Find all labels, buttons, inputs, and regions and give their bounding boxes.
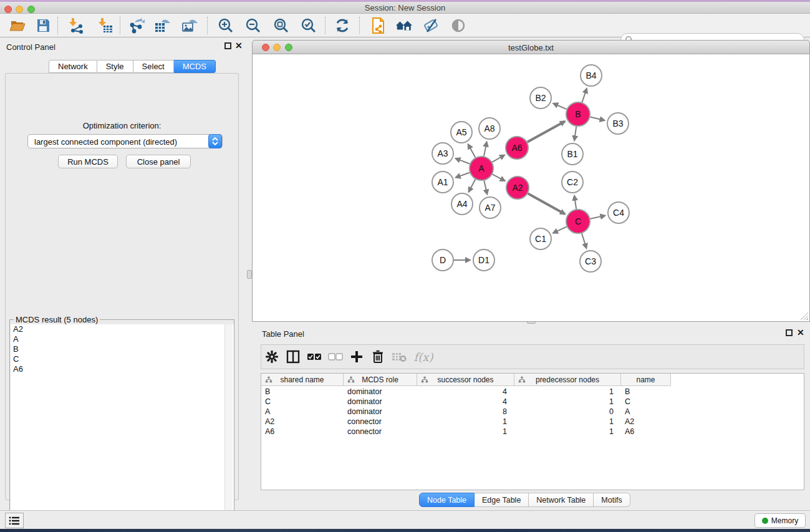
cell-successor-nodes: 4 bbox=[417, 397, 507, 407]
graph-edge-B-B4[interactable] bbox=[582, 89, 587, 102]
graph-edge-A-A7[interactable] bbox=[484, 181, 487, 195]
home-icon[interactable] bbox=[395, 17, 413, 34]
graph-edge-A-A1[interactable] bbox=[456, 173, 470, 178]
table-header-row: shared name MCDS role successor nodes pr… bbox=[261, 374, 671, 386]
zoom-selected-icon[interactable] bbox=[300, 17, 317, 34]
export-network-icon[interactable] bbox=[128, 17, 145, 34]
column-header-predecessor-nodes[interactable]: predecessor nodes bbox=[514, 374, 621, 386]
toolbar-separator bbox=[359, 17, 360, 34]
tab-motifs[interactable]: Motifs bbox=[594, 493, 630, 507]
result-list-item[interactable]: A2 bbox=[11, 324, 234, 334]
graph-edge-A6-B[interactable] bbox=[528, 122, 565, 142]
cell-mcds-role: dominator bbox=[347, 407, 413, 417]
float-panel-icon[interactable] bbox=[786, 329, 793, 336]
graph-edge-C-C2[interactable] bbox=[574, 196, 576, 209]
memory-label: Memory bbox=[771, 516, 798, 525]
tab-network[interactable]: Network bbox=[49, 60, 97, 73]
column-header-shared-name[interactable]: shared name bbox=[261, 374, 344, 386]
column-label: name bbox=[636, 375, 655, 384]
graph-edge-C-C1[interactable] bbox=[553, 226, 567, 233]
column-label: predecessor nodes bbox=[536, 375, 599, 384]
graph-edge-A-A5[interactable] bbox=[468, 144, 476, 157]
close-panel-button[interactable]: Close panel bbox=[126, 155, 191, 168]
zoom-fit-icon[interactable] bbox=[272, 17, 290, 34]
cell-mcds-role: dominator bbox=[347, 387, 413, 397]
vertical-split-handle[interactable] bbox=[247, 270, 252, 279]
network-document-icon[interactable] bbox=[369, 17, 387, 34]
cell-mcds-role: dominator bbox=[347, 397, 413, 407]
graph-edge-B-B2[interactable] bbox=[553, 104, 566, 109]
graph-edge-B-B3[interactable] bbox=[590, 117, 604, 120]
column-header-successor-nodes[interactable]: successor nodes bbox=[417, 374, 514, 386]
control-panel: Control Panel ✕ Network Style Select MCD… bbox=[0, 37, 243, 510]
table-row[interactable]: Cdominator41C bbox=[261, 397, 671, 407]
network-graph[interactable]: B4B2BB3A8A5A6A3B1AC2A1A2A4A7C4CC1C3DD1 bbox=[253, 54, 809, 321]
deselect-all-checkboxes-icon[interactable] bbox=[325, 347, 346, 366]
table-row[interactable]: A2connector11A2 bbox=[261, 417, 671, 427]
graph-node-label-A1: A1 bbox=[437, 177, 448, 187]
status-bar: Memory bbox=[0, 510, 810, 529]
table-row[interactable]: Adominator80A bbox=[261, 407, 671, 417]
zoom-in-icon[interactable] bbox=[217, 17, 234, 34]
window-resize-grip-icon[interactable] bbox=[801, 312, 808, 320]
graph-edge-B-B1[interactable] bbox=[574, 127, 576, 140]
graph-edge-A2-C[interactable] bbox=[528, 193, 565, 214]
result-list-item[interactable]: A bbox=[11, 334, 234, 344]
delete-table-disabled-icon bbox=[388, 347, 410, 366]
import-network-icon[interactable] bbox=[67, 17, 85, 34]
network-canvas[interactable]: B4B2BB3A8A5A6A3B1AC2A1A2A4A7C4CC1C3DD1 bbox=[252, 54, 810, 322]
graph-edge-A-A6[interactable] bbox=[492, 155, 504, 162]
export-image-icon[interactable] bbox=[181, 17, 198, 34]
network-window-title: testGlobe.txt bbox=[253, 43, 809, 52]
fx-label: f(x) bbox=[414, 351, 433, 364]
column-namespace-icon bbox=[421, 376, 428, 384]
graph-edge-A-A4[interactable] bbox=[469, 180, 476, 192]
result-list-scrollbar[interactable] bbox=[224, 324, 233, 529]
close-panel-icon[interactable]: ✕ bbox=[235, 41, 243, 51]
table-row[interactable]: A6connector11A6 bbox=[261, 427, 671, 437]
float-panel-icon[interactable] bbox=[224, 42, 231, 49]
select-all-checkboxes-icon[interactable] bbox=[304, 347, 325, 366]
cell-successor-nodes: 1 bbox=[417, 427, 507, 437]
open-session-icon[interactable] bbox=[9, 17, 26, 34]
zoom-out-icon[interactable] bbox=[244, 17, 262, 34]
tab-network-table[interactable]: Network Table bbox=[529, 493, 594, 507]
task-history-button[interactable] bbox=[5, 513, 24, 528]
memory-status-icon bbox=[762, 518, 768, 524]
tab-select[interactable]: Select bbox=[133, 60, 174, 73]
apply-layout-icon[interactable] bbox=[334, 17, 351, 34]
result-list-item[interactable]: B bbox=[11, 344, 234, 354]
export-table-icon[interactable] bbox=[153, 17, 171, 34]
hide-labels-icon[interactable] bbox=[422, 17, 440, 34]
graph-edge-C-C3[interactable] bbox=[582, 233, 586, 248]
table-row[interactable]: Bdominator41B bbox=[261, 387, 671, 397]
toggle-columns-icon[interactable] bbox=[282, 347, 304, 366]
cell-name: A2 bbox=[625, 417, 668, 427]
graph-node-label-B1: B1 bbox=[567, 149, 577, 159]
graph-edge-A-A2[interactable] bbox=[493, 174, 505, 181]
graph-edge-C-C4[interactable] bbox=[591, 216, 605, 219]
memory-button[interactable]: Memory bbox=[755, 513, 806, 528]
column-header-mcds-role[interactable]: MCDS role bbox=[344, 374, 417, 386]
column-namespace-icon bbox=[518, 376, 526, 384]
graph-edge-A-A8[interactable] bbox=[484, 142, 487, 157]
import-table-icon[interactable] bbox=[97, 17, 114, 34]
close-panel-icon[interactable]: ✕ bbox=[797, 327, 804, 337]
save-session-icon[interactable] bbox=[34, 17, 52, 34]
tab-style[interactable]: Style bbox=[97, 60, 133, 73]
add-column-icon[interactable] bbox=[346, 347, 367, 366]
graph-edge-A-A3[interactable] bbox=[456, 158, 470, 164]
column-header-name[interactable]: name bbox=[621, 374, 671, 386]
result-list-item[interactable]: C bbox=[11, 354, 234, 364]
result-list-item[interactable]: A6 bbox=[11, 364, 234, 374]
tab-node-table[interactable]: Node Table bbox=[419, 493, 475, 507]
delete-column-trash-icon[interactable] bbox=[367, 347, 388, 366]
tab-mcds[interactable]: MCDS bbox=[174, 60, 216, 73]
run-mcds-button[interactable]: Run MCDS bbox=[58, 155, 118, 168]
show-graphics-details-eye-icon[interactable] bbox=[450, 17, 467, 34]
criterion-select[interactable]: largest connected component (directed) bbox=[27, 134, 223, 148]
cell-successor-nodes: 4 bbox=[417, 387, 507, 397]
cell-shared-name: A2 bbox=[265, 417, 340, 427]
tab-edge-table[interactable]: Edge Table bbox=[475, 493, 529, 507]
table-settings-gear-icon[interactable] bbox=[261, 347, 282, 366]
